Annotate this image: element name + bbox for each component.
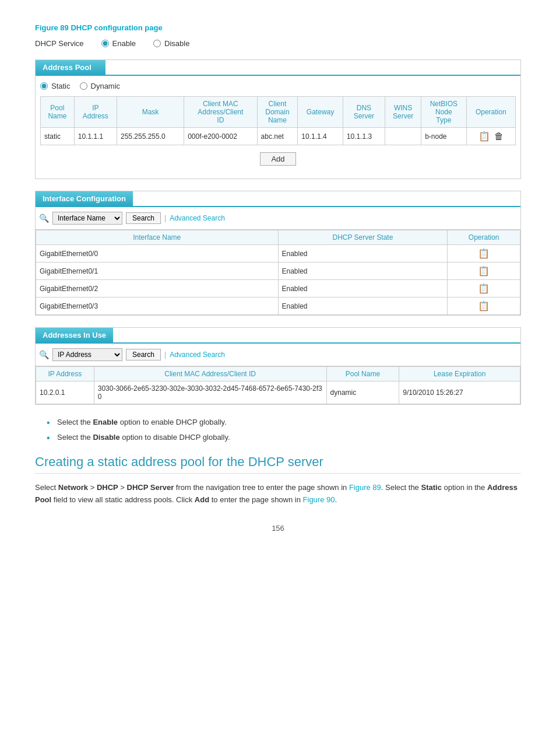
address-pool-section: Address Pool Static Dynamic PoolName IPA… xyxy=(35,60,521,179)
col-mask: Mask xyxy=(117,97,184,128)
edit-icon[interactable]: 📋 xyxy=(478,131,490,141)
address-pool-table-header-row: PoolName IPAddress Mask Client MACAddres… xyxy=(41,97,516,128)
addr-col-expiration: Lease Expiration xyxy=(399,367,520,382)
dynamic-radio-label[interactable]: Dynamic xyxy=(80,82,121,90)
interface-state-cell: Enabled xyxy=(278,262,448,280)
addresses-search-button[interactable]: Search xyxy=(126,349,161,360)
cell-operation: 📋 🗑 xyxy=(466,128,515,145)
interface-state-cell: Enabled xyxy=(278,298,448,315)
page-number: 156 xyxy=(35,524,521,533)
enable-radio[interactable] xyxy=(101,40,109,47)
interface-edit-icon[interactable]: 📋 xyxy=(478,249,490,258)
addresses-search-select[interactable]: IP Address xyxy=(52,348,122,361)
addr-mac-cell: 3030-3066-2e65-3230-302e-3030-3032-2d45-… xyxy=(94,382,326,404)
col-gateway: Gateway xyxy=(298,97,343,128)
para-static-bold: Static xyxy=(421,483,441,492)
addresses-search-bar: 🔍 IP Address Search | Advanced Search xyxy=(36,344,520,366)
para-figure90-link[interactable]: Figure 90 xyxy=(303,495,335,504)
interface-config-header-bar: Interface Configuration xyxy=(36,191,520,207)
addr-ip-cell: 10.2.0.1 xyxy=(36,382,94,404)
para-dhcp-server-bold: DHCP Server xyxy=(127,483,174,492)
interface-search-select[interactable]: Interface Name xyxy=(52,212,122,225)
static-dynamic-row: Static Dynamic xyxy=(40,82,516,90)
interface-op-cell: 📋 xyxy=(448,245,520,262)
add-btn-row: Add xyxy=(40,145,516,173)
table-row: 10.2.0.1 3030-3066-2e65-3230-302e-3030-3… xyxy=(36,382,520,404)
enable-label: Enable xyxy=(112,39,136,48)
col-operation: Operation xyxy=(466,97,515,128)
bullet-enable-bold: Enable xyxy=(93,418,118,426)
addresses-in-use-header: Addresses In Use xyxy=(36,328,113,342)
addr-col-mac: Client MAC Address/Client ID xyxy=(94,367,326,382)
interface-col-state: DHCP Server State xyxy=(278,230,448,245)
cell-pool-name: static xyxy=(41,128,75,145)
cell-ip-address: 10.1.1.1 xyxy=(74,128,117,145)
table-row: GigabitEthernet0/2 Enabled 📋 xyxy=(36,280,520,298)
para-figure89-link[interactable]: Figure 89 xyxy=(349,483,381,492)
interface-config-header: Interface Configuration xyxy=(36,191,133,206)
interface-search-button[interactable]: Search xyxy=(126,212,161,224)
col-pool-name: PoolName xyxy=(41,97,75,128)
interface-search-icon: 🔍 xyxy=(39,214,49,223)
addr-pool-cell: dynamic xyxy=(326,382,399,404)
enable-radio-label[interactable]: Enable xyxy=(101,39,136,48)
interface-state-cell: Enabled xyxy=(278,280,448,298)
addresses-search-icon: 🔍 xyxy=(39,350,49,359)
col-netbios: NetBIOSNodeType xyxy=(421,97,466,128)
address-pool-header: Address Pool xyxy=(36,60,105,75)
para-add-bold: Add xyxy=(195,495,209,504)
addresses-advanced-search-link[interactable]: Advanced Search xyxy=(170,351,225,359)
interface-op-cell: 📋 xyxy=(448,298,520,315)
figure-title: Figure 89 DHCP configuration page xyxy=(35,23,521,32)
disable-label: Disable xyxy=(164,39,189,48)
section-heading: Creating a static address pool for the D… xyxy=(35,454,521,474)
bullet-disable-bold: Disable xyxy=(93,433,119,442)
interface-col-operation: Operation xyxy=(448,230,520,245)
cell-domain-name: abc.net xyxy=(257,128,298,145)
addr-expiration-cell: 9/10/2010 15:26:27 xyxy=(399,382,520,404)
interface-edit-icon[interactable]: 📋 xyxy=(478,301,490,311)
interface-op-cell: 📋 xyxy=(448,262,520,280)
table-row: GigabitEthernet0/3 Enabled 📋 xyxy=(36,298,520,315)
dynamic-radio[interactable] xyxy=(80,82,87,90)
cell-gateway: 10.1.1.4 xyxy=(298,128,343,145)
addresses-table-header-row: IP Address Client MAC Address/Client ID … xyxy=(36,367,520,382)
col-dns-server: DNSServer xyxy=(343,97,385,128)
pipe-separator-2: | xyxy=(164,351,166,359)
dynamic-label: Dynamic xyxy=(91,82,121,90)
disable-radio[interactable] xyxy=(153,40,161,47)
disable-radio-label[interactable]: Disable xyxy=(153,39,189,48)
addr-col-pool: Pool Name xyxy=(326,367,399,382)
address-pool-content: Static Dynamic PoolName IPAddress Mask C… xyxy=(36,76,520,178)
address-pool-header-bar: Address Pool xyxy=(36,60,520,76)
interface-table: Interface Name DHCP Server State Operati… xyxy=(36,230,520,315)
interface-edit-icon[interactable]: 📋 xyxy=(478,266,490,276)
dhcp-service-row: DHCP Service Enable Disable xyxy=(35,39,521,48)
cell-mask: 255.255.255.0 xyxy=(117,128,184,145)
interface-table-header-row: Interface Name DHCP Server State Operati… xyxy=(36,230,520,245)
delete-icon[interactable]: 🗑 xyxy=(494,131,504,141)
interface-search-bar: 🔍 Interface Name Search | Advanced Searc… xyxy=(36,207,520,230)
interface-name-cell: GigabitEthernet0/1 xyxy=(36,262,279,280)
static-radio[interactable] xyxy=(40,82,48,90)
interface-advanced-search-link[interactable]: Advanced Search xyxy=(170,214,225,222)
interface-state-cell: Enabled xyxy=(278,245,448,262)
table-row: static 10.1.1.1 255.255.255.0 000f-e200-… xyxy=(41,128,516,145)
bullet-item-enable: Select the Enable option to enable DHCP … xyxy=(47,416,521,428)
col-wins-server: WINSServer xyxy=(385,97,421,128)
interface-name-cell: GigabitEthernet0/2 xyxy=(36,280,279,298)
bullet-list: Select the Enable option to enable DHCP … xyxy=(47,416,521,443)
col-client-domain: ClientDomainName xyxy=(257,97,298,128)
add-button[interactable]: Add xyxy=(260,152,295,166)
static-radio-label[interactable]: Static xyxy=(40,82,71,90)
bullet-item-disable: Select the Disable option to disable DHC… xyxy=(47,432,521,443)
col-client-mac: Client MACAddress/ClientID xyxy=(184,97,257,128)
main-paragraph: Select Network > DHCP > DHCP Server from… xyxy=(35,482,521,506)
dhcp-service-label: DHCP Service xyxy=(35,39,84,48)
interface-name-cell: GigabitEthernet0/3 xyxy=(36,298,279,315)
interface-name-cell: GigabitEthernet0/0 xyxy=(36,245,279,262)
table-row: GigabitEthernet0/1 Enabled 📋 xyxy=(36,262,520,280)
cell-wins-server xyxy=(385,128,421,145)
address-pool-table: PoolName IPAddress Mask Client MACAddres… xyxy=(40,96,516,145)
interface-edit-icon[interactable]: 📋 xyxy=(478,284,490,293)
